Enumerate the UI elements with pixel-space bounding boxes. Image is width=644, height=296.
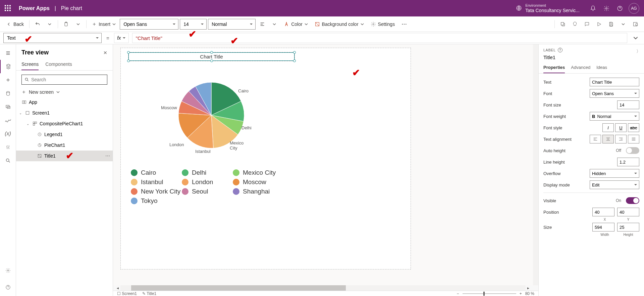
- chevron-down-icon[interactable]: ⌄: [18, 111, 23, 115]
- undo-dropdown[interactable]: [44, 19, 55, 30]
- artboard[interactable]: Chart Title CairoDelhiMexico CityIstanbu…: [120, 48, 411, 269]
- bg-color-button[interactable]: Background color: [312, 19, 367, 30]
- search-input[interactable]: [31, 77, 104, 82]
- prop-y-input[interactable]: [617, 208, 639, 216]
- preview-icon[interactable]: [594, 19, 604, 30]
- zoom-in-icon[interactable]: +: [520, 291, 522, 296]
- environment-picker[interactable]: Environment Tata Consultancy Servic...: [516, 3, 580, 13]
- rail-media-icon[interactable]: [0, 100, 16, 114]
- pie-slice-label: Cairo: [238, 88, 249, 93]
- property-select[interactable]: Text: [3, 33, 102, 43]
- tree-node-app[interactable]: App: [16, 97, 113, 108]
- prop-fontweight-select[interactable]: BNormal: [590, 112, 639, 121]
- fx-button[interactable]: fx: [114, 33, 129, 43]
- align-right-button[interactable]: [615, 135, 627, 143]
- prop-lineheight-input[interactable]: [617, 158, 639, 166]
- command-bar: Back Insert Open Sans 14 Normal Color Ba…: [0, 16, 644, 32]
- save-dropdown[interactable]: [618, 19, 629, 30]
- legend-label: New York City: [141, 188, 180, 195]
- checker-icon[interactable]: [570, 19, 580, 30]
- align-dropdown[interactable]: [269, 19, 280, 30]
- settings-button[interactable]: Settings: [368, 19, 398, 30]
- align-left-button[interactable]: [590, 135, 601, 143]
- rail-tree-icon[interactable]: [0, 60, 16, 73]
- align-center-button[interactable]: [602, 135, 614, 143]
- rail-settings-icon[interactable]: [0, 264, 16, 277]
- formula-input[interactable]: "Chart Title": [132, 33, 627, 43]
- prop-overflow-select[interactable]: Hidden: [590, 169, 639, 178]
- prop-fontsize-input[interactable]: [617, 100, 639, 109]
- fontsize-select[interactable]: 14: [180, 19, 207, 30]
- help-icon[interactable]: [613, 2, 627, 15]
- page-name: Pie chart: [61, 5, 82, 11]
- prop-displaymode-select[interactable]: Edit: [590, 180, 639, 189]
- comments-icon[interactable]: [582, 19, 592, 30]
- rail-hamburger-icon[interactable]: [0, 46, 16, 60]
- prop-height-input[interactable]: [617, 223, 639, 231]
- user-avatar[interactable]: AG: [629, 3, 639, 14]
- tree-search[interactable]: [21, 75, 107, 85]
- tree-node-screen[interactable]: ⌄ Screen1: [16, 108, 113, 118]
- label-icon: [37, 153, 42, 159]
- info-icon[interactable]: ?: [558, 48, 562, 52]
- horizontal-scrollbar[interactable]: ◄ ►: [115, 285, 531, 291]
- rail-data-icon[interactable]: [0, 87, 16, 100]
- tab-ideas[interactable]: Ideas: [596, 65, 607, 73]
- globe-icon: [516, 5, 522, 11]
- prop-text-input[interactable]: [590, 78, 639, 86]
- underline-button[interactable]: U: [615, 123, 627, 132]
- new-screen-button[interactable]: New screen: [16, 87, 113, 97]
- prop-font-select[interactable]: Open Sans: [590, 89, 639, 98]
- tree-node-legend[interactable]: Legend1: [16, 129, 113, 140]
- visible-toggle[interactable]: [626, 197, 639, 204]
- tab-advanced[interactable]: Advanced: [571, 65, 590, 73]
- font-select[interactable]: Open Sans: [120, 19, 178, 30]
- autoheight-toggle[interactable]: [626, 147, 639, 154]
- tab-components[interactable]: Components: [45, 59, 72, 70]
- strike-button[interactable]: abc: [628, 123, 639, 132]
- align-justify-button[interactable]: [628, 135, 639, 143]
- legend-label: Seoul: [192, 188, 208, 195]
- undo-button[interactable]: [32, 19, 43, 30]
- rail-tools-icon[interactable]: [0, 140, 16, 154]
- paste-dropdown[interactable]: [73, 19, 84, 30]
- align-button[interactable]: [257, 19, 268, 30]
- tab-screens[interactable]: Screens: [21, 59, 39, 70]
- rail-feedback-icon[interactable]: [0, 281, 16, 294]
- more-icon[interactable]: ⋯: [105, 153, 110, 159]
- rail-search-icon[interactable]: [0, 154, 16, 167]
- insert-button[interactable]: Insert: [89, 19, 118, 30]
- prop-x-input[interactable]: [592, 208, 614, 216]
- formula-expand-icon[interactable]: [631, 33, 641, 43]
- close-icon[interactable]: ✕: [103, 50, 107, 55]
- back-button[interactable]: Back: [3, 19, 26, 30]
- save-icon[interactable]: [606, 19, 616, 30]
- publish-icon[interactable]: [630, 19, 641, 30]
- rail-insert-icon[interactable]: [0, 73, 16, 87]
- notifications-icon[interactable]: [586, 2, 600, 15]
- env-name: Tata Consultancy Servic...: [525, 8, 580, 13]
- settings-icon[interactable]: [600, 2, 613, 15]
- zoom-out-icon[interactable]: −: [457, 291, 459, 296]
- footer-element-crumb[interactable]: ✎ Title1: [142, 291, 156, 296]
- vertical-scrollbar[interactable]: [533, 44, 538, 285]
- italic-button[interactable]: I: [602, 123, 614, 132]
- prop-width-input[interactable]: [592, 223, 614, 231]
- tree-node-title[interactable]: Title1 ⋯: [16, 151, 113, 161]
- zoom-slider[interactable]: [463, 293, 516, 294]
- tab-properties[interactable]: Properties: [543, 65, 565, 73]
- fontweight-select[interactable]: Normal: [208, 19, 256, 30]
- rail-variables-icon[interactable]: (x): [0, 127, 16, 140]
- collapse-icon[interactable]: 〉: [636, 48, 641, 54]
- legend-item: Cairo: [131, 169, 181, 176]
- more-icon[interactable]: ⋯: [399, 19, 410, 30]
- font-color-button[interactable]: Color: [281, 19, 310, 30]
- chevron-down-icon[interactable]: ⌄: [25, 122, 30, 126]
- app-launcher-icon[interactable]: [5, 5, 11, 12]
- share-icon[interactable]: [557, 19, 568, 30]
- footer-screen-crumb[interactable]: ☐ Screen1: [117, 291, 137, 296]
- tree-node-composite[interactable]: ⌄ CompositePieChart1: [16, 118, 113, 129]
- rail-flows-icon[interactable]: [0, 114, 16, 127]
- tree-node-piechart[interactable]: PieChart1: [16, 140, 113, 151]
- paste-button[interactable]: [61, 19, 71, 30]
